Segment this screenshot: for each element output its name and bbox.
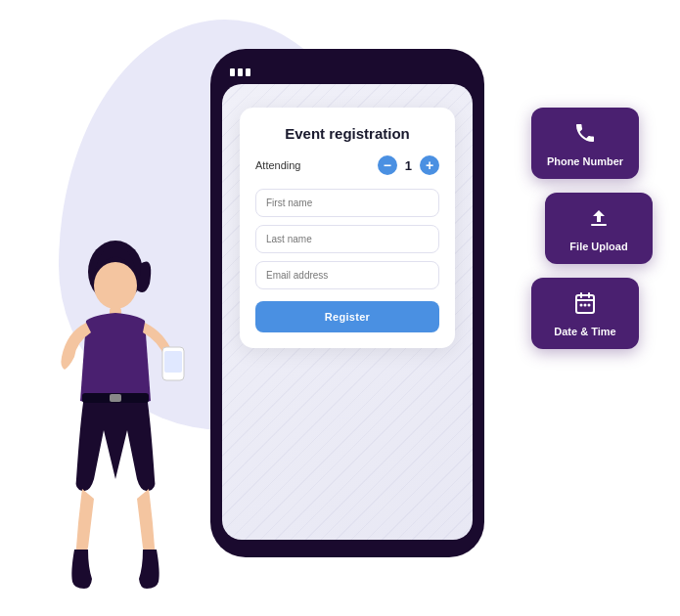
- file-upload-label: File Upload: [569, 241, 627, 252]
- status-dots: [230, 68, 250, 76]
- woman-illustration: [27, 205, 204, 596]
- feature-card-datetime[interactable]: Date & Time: [531, 278, 639, 349]
- status-dot-3: [246, 68, 250, 76]
- svg-rect-0: [591, 224, 607, 226]
- attending-label: Attending: [255, 159, 300, 171]
- attending-row: Attending − 1 +: [255, 155, 439, 175]
- phone-icon: [573, 121, 597, 148]
- svg-rect-9: [164, 351, 182, 373]
- status-dot-2: [238, 68, 243, 76]
- register-button[interactable]: Register: [255, 301, 439, 332]
- form-title: Event registration: [255, 125, 439, 142]
- svg-point-2: [580, 304, 583, 307]
- attending-count: 1: [405, 158, 412, 173]
- svg-point-6: [94, 262, 137, 309]
- phone-device: Event registration Attending − 1 + Regis…: [210, 49, 484, 557]
- attending-controls: − 1 +: [378, 155, 439, 175]
- date-time-label: Date & Time: [554, 326, 615, 337]
- feature-cards-container: Phone Number File Upload Date & Time: [531, 108, 653, 349]
- calendar-icon: [573, 291, 597, 318]
- svg-point-4: [588, 304, 591, 307]
- phone-screen: Event registration Attending − 1 + Regis…: [222, 84, 473, 540]
- decrement-button[interactable]: −: [378, 155, 397, 175]
- last-name-input[interactable]: [255, 225, 439, 253]
- upload-icon: [587, 206, 611, 233]
- first-name-input[interactable]: [255, 189, 439, 217]
- email-input[interactable]: [255, 261, 439, 289]
- phone-number-label: Phone Number: [547, 155, 623, 167]
- feature-card-phone[interactable]: Phone Number: [531, 108, 639, 179]
- increment-button[interactable]: +: [420, 155, 439, 175]
- registration-form-card: Event registration Attending − 1 + Regis…: [240, 108, 455, 348]
- status-dot-1: [230, 68, 235, 76]
- phone-status-bar: [222, 68, 473, 76]
- svg-point-3: [584, 304, 587, 307]
- feature-card-upload[interactable]: File Upload: [545, 193, 653, 264]
- svg-rect-11: [110, 394, 121, 402]
